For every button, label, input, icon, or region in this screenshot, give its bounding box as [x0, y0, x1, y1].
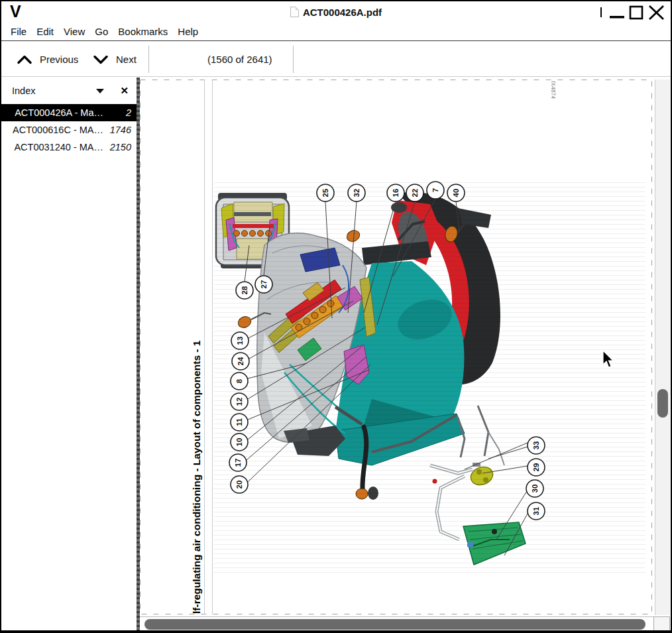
svg-text:28: 28 [241, 286, 249, 294]
car-illustration [214, 182, 645, 574]
chevron-up-icon [17, 55, 32, 64]
svg-text:32: 32 [353, 189, 361, 198]
scrollbar-corner [653, 616, 670, 632]
chevron-down-icon [93, 55, 108, 64]
svg-text:31: 31 [532, 506, 540, 515]
app-window: V ACT000426A.pdf FileEditViewGoBookmarks… [0, 0, 672, 633]
svg-text:24: 24 [237, 357, 245, 365]
minimize-button[interactable] [610, 16, 624, 19]
callout-31: 31 [528, 502, 545, 520]
sidebar-item-label: ACT0031240 - MA… [14, 142, 103, 152]
toolbar: Previous Next (1560 of 2641) 100% [1, 42, 671, 77]
next-button[interactable]: Next [93, 42, 137, 77]
window-title: ACT000426A.pdf [303, 7, 382, 18]
callout-24: 24 [232, 353, 249, 370]
sidebar-list: ACT000426A - Ma…2ACT000616C - MA…1746ACT… [1, 104, 137, 156]
menu-item-bookmarks[interactable]: Bookmarks [118, 26, 168, 37]
callout-25: 25 [317, 184, 334, 201]
callout-20: 20 [231, 476, 248, 493]
sidebar-item-page: 1746 [103, 125, 131, 135]
svg-text:27: 27 [260, 280, 268, 289]
svg-text:20: 20 [235, 481, 243, 489]
menu-item-edit[interactable]: Edit [36, 26, 54, 37]
document-icon [290, 7, 299, 17]
previous-button[interactable]: Previous [17, 42, 78, 77]
figure-code: IX4874 [550, 81, 557, 99]
svg-text:8: 8 [235, 378, 243, 383]
svg-text:25: 25 [321, 188, 329, 197]
sidebar: Index ✕ ACT000426A - Ma…2ACT000616C - MA… [1, 78, 137, 632]
svg-text:16: 16 [392, 189, 400, 198]
window-title-area: ACT000426A.pdf [1, 1, 671, 23]
callout-11: 11 [231, 414, 248, 431]
callout-32: 32 [348, 184, 365, 201]
sidebar-header: Index ✕ [1, 80, 137, 102]
menu-item-help[interactable]: Help [178, 26, 198, 37]
window-controls-icons [595, 1, 667, 23]
menu-item-view[interactable]: View [64, 26, 85, 37]
horizontal-scrollbar-thumb[interactable] [144, 619, 645, 630]
figure-vertical-title: lf-regulating air conditioning - Layout … [191, 340, 202, 614]
callout-10: 10 [231, 433, 248, 451]
sidebar-close-icon[interactable]: ✕ [120, 85, 129, 97]
window-controls [595, 1, 667, 23]
callout-29: 29 [528, 459, 545, 476]
callout-16: 16 [387, 184, 404, 201]
callout-17: 17 [229, 454, 247, 471]
sidebar-item[interactable]: ACT000426A - Ma…2 [1, 104, 137, 121]
svg-text:29: 29 [532, 463, 540, 472]
toolbar-separator-2 [293, 46, 294, 73]
callout-28: 28 [236, 282, 253, 299]
svg-text:10: 10 [235, 438, 243, 447]
callout-8: 8 [231, 373, 248, 390]
next-label: Next [116, 54, 137, 65]
pdf-page: lf-regulating air conditioning - Layout … [140, 80, 652, 614]
callout-40: 40 [447, 184, 465, 201]
sidebar-item-label: ACT000426A - Ma… [15, 107, 103, 118]
titlebar: V ACT000426A.pdf [1, 1, 671, 23]
previous-label: Previous [40, 54, 78, 65]
page-count-label: (1560 of 2641) [207, 42, 272, 77]
menubar: FileEditViewGoBookmarksHelp [1, 23, 671, 41]
maximize-button[interactable] [630, 7, 642, 19]
callout-7: 7 [427, 182, 444, 199]
svg-text:33: 33 [532, 441, 540, 450]
svg-text:22: 22 [411, 189, 419, 198]
callout-13: 13 [231, 332, 249, 349]
vertical-scrollbar-thumb[interactable] [657, 389, 668, 418]
menu-item-file[interactable]: File [11, 26, 27, 37]
pdf-viewer: lf-regulating air conditioning - Layout … [140, 78, 671, 632]
sidebar-dropdown-caret-icon[interactable] [96, 89, 104, 93]
svg-text:30: 30 [531, 485, 539, 493]
svg-text:7: 7 [431, 188, 439, 192]
menu-item-go[interactable]: Go [95, 26, 108, 37]
svg-text:17: 17 [234, 459, 242, 467]
callout-33: 33 [528, 437, 545, 454]
callout-27: 27 [255, 276, 272, 293]
sidebar-item[interactable]: ACT0031240 - MA…2150 [1, 139, 137, 156]
callout-12: 12 [231, 393, 248, 410]
main-area: Index ✕ ACT000426A - Ma…2ACT000616C - MA… [1, 78, 671, 632]
sidebar-item-page: 2150 [103, 142, 131, 152]
svg-text:12: 12 [235, 398, 243, 406]
vertical-scrollbar[interactable] [655, 80, 670, 615]
callout-30: 30 [526, 480, 543, 497]
sidebar-item-label: ACT000616C - MA… [13, 125, 103, 135]
horizontal-scrollbar[interactable] [140, 616, 653, 632]
svg-text:11: 11 [235, 418, 243, 426]
svg-text:40: 40 [452, 189, 460, 198]
callout-22: 22 [406, 184, 423, 201]
toolbar-separator [148, 46, 149, 73]
sidebar-item-page: 2 [103, 107, 131, 118]
close-button[interactable] [649, 6, 663, 19]
svg-text:13: 13 [236, 337, 244, 345]
sidebar-item[interactable]: ACT000616C - MA…1746 [1, 121, 137, 139]
sidebar-title: Index [12, 86, 35, 96]
